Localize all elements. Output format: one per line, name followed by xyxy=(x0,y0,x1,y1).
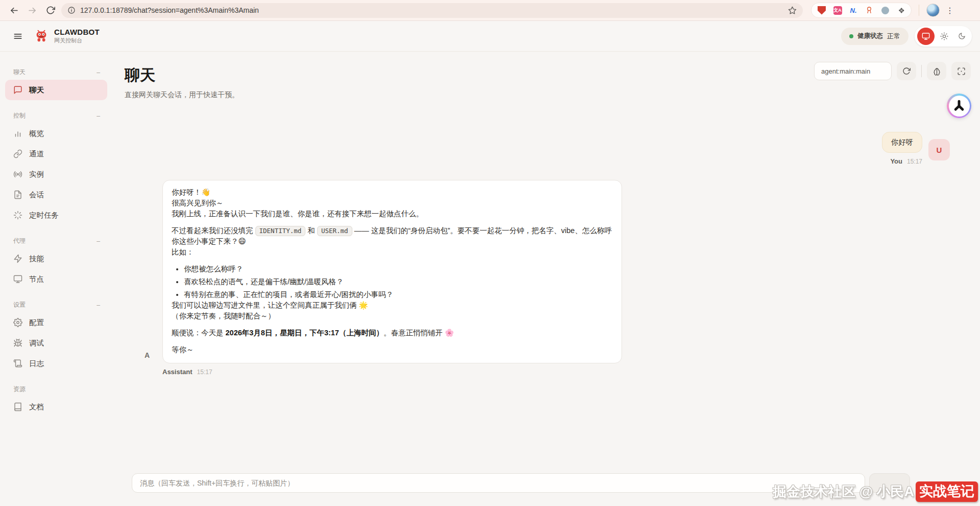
back-icon[interactable] xyxy=(6,3,21,18)
section-collapse-icon[interactable]: – xyxy=(97,69,100,76)
site-info-icon[interactable] xyxy=(67,6,76,14)
section-label-chat: 聊天 xyxy=(13,68,26,77)
brand-name: CLAWDBOT xyxy=(54,28,100,36)
book-icon xyxy=(13,402,22,411)
assistant-sender-label: Assistant xyxy=(162,368,193,376)
health-dot xyxy=(849,34,853,38)
user-sender-label: You xyxy=(890,157,902,165)
assistant-bullet-item: 你想被怎么称呼？ xyxy=(184,264,613,274)
section-collapse-icon[interactable]: – xyxy=(97,112,100,120)
refresh-button[interactable] xyxy=(897,62,916,80)
sidebar-item-label: 聊天 xyxy=(29,85,44,95)
user-message-bubble: 你好呀 xyxy=(882,132,923,153)
file-icon xyxy=(13,190,22,199)
message-input[interactable] xyxy=(132,473,865,493)
brain-button[interactable] xyxy=(927,62,946,80)
user-message: 你好呀 You 15:17 U xyxy=(882,132,950,165)
watermark-badge: 实战笔记 xyxy=(916,481,978,502)
broadcast-icon xyxy=(13,170,22,179)
section-label-settings: 设置 xyxy=(13,301,26,309)
sidebar-item-skills[interactable]: 技能 xyxy=(5,248,107,269)
assistant-paragraph: 等你～ xyxy=(172,344,613,355)
sidebar-item-label: 概览 xyxy=(29,129,44,139)
bar-chart-icon xyxy=(13,129,22,138)
main-content: 聊天 直接网关聊天会话，用于快速干预。 xyxy=(112,52,980,505)
forward-icon[interactable] xyxy=(25,3,40,18)
pin-extension-icon[interactable] xyxy=(865,6,874,15)
section-label-agent: 代理 xyxy=(13,237,26,245)
sidebar-item-label: 会话 xyxy=(29,190,44,200)
link-icon xyxy=(13,149,22,158)
assistant-paragraph: 我们可以边聊边写进文件里，让这个空间真正属于我们俩 🌟（你来定节奏，我随时配合～… xyxy=(172,300,613,321)
section-collapse-icon[interactable]: – xyxy=(97,302,100,309)
sidebar-item-label: 实例 xyxy=(29,170,44,179)
sidebar-item-label: 节点 xyxy=(29,274,44,284)
theme-system-button[interactable] xyxy=(917,28,935,45)
puzzle-extensions-icon[interactable] xyxy=(896,6,905,15)
sidebar-item-cron-tasks[interactable]: 定时任务 xyxy=(5,205,107,225)
sun-icon xyxy=(940,32,948,40)
section-collapse-icon[interactable]: – xyxy=(97,238,100,245)
theme-switcher xyxy=(915,26,972,47)
sidebar-item-label: 调试 xyxy=(29,338,44,348)
sidebar-item-nodes[interactable]: 节点 xyxy=(5,269,107,289)
sidebar-item-label: 日志 xyxy=(29,359,44,369)
sidebar-item-logs[interactable]: 日志 xyxy=(5,353,107,374)
extensions-pill: 文A N. xyxy=(811,3,912,18)
section-label-control: 控制 xyxy=(13,111,26,120)
sidebar-item-docs[interactable]: 文档 xyxy=(5,397,107,417)
sidebar-item-label: 文档 xyxy=(29,402,44,412)
assistant-message-time: 15:17 xyxy=(197,369,212,376)
assistant-avatar: A xyxy=(145,351,162,359)
assistant-bullet-item: 喜欢轻松点的语气，还是偏干练/幽默/温暖风格？ xyxy=(184,277,613,287)
section-label-resources: 资源 xyxy=(13,385,26,394)
brain-icon xyxy=(933,67,941,76)
toolbar-divider xyxy=(919,5,919,16)
translate-extension-icon[interactable]: 文A xyxy=(833,6,842,15)
shield-extension-icon[interactable] xyxy=(817,6,826,15)
browser-menu-icon[interactable]: ⋮ xyxy=(943,6,957,15)
sidebar-item-sessions[interactable]: 会话 xyxy=(5,185,107,205)
zap-icon xyxy=(13,254,22,263)
theme-light-button[interactable] xyxy=(937,29,952,44)
bookmark-star-icon[interactable] xyxy=(788,6,797,15)
scroll-icon xyxy=(13,359,22,368)
notion-extension-icon[interactable]: N. xyxy=(849,6,858,15)
sidebar: 聊天 – 聊天 控制 – 概览 xyxy=(0,52,112,505)
scan-icon xyxy=(957,67,966,76)
sidebar-item-chat[interactable]: 聊天 xyxy=(5,80,107,100)
claw-logo-icon xyxy=(952,99,966,112)
health-label: 健康状态 xyxy=(857,32,883,40)
hamburger-menu-icon[interactable] xyxy=(9,28,27,45)
url-text[interactable]: 127.0.0.1:18789/chat?session=agent%3Amai… xyxy=(80,6,783,14)
sidebar-item-label: 技能 xyxy=(29,254,44,264)
browser-toolbar: 127.0.0.1:18789/chat?session=agent%3Amai… xyxy=(0,0,980,21)
disabled-extension-icon[interactable] xyxy=(880,6,890,15)
sidebar-item-channels[interactable]: 通道 xyxy=(5,144,107,164)
sidebar-item-config[interactable]: 配置 xyxy=(5,312,107,333)
agent-status-badge[interactable] xyxy=(947,94,971,118)
sidebar-item-overview[interactable]: 概览 xyxy=(5,123,107,144)
sidebar-item-label: 通道 xyxy=(29,149,44,159)
assistant-message-body: 你好呀！👋很高兴见到你～我刚上线，正准备认识一下我们是谁、你是谁，还有接下来想一… xyxy=(162,180,622,363)
sidebar-item-label: 配置 xyxy=(29,318,44,328)
sidebar-item-instances[interactable]: 实例 xyxy=(5,164,107,185)
bug-icon xyxy=(13,338,22,348)
watermark: 掘金技术社区 @ 小民A 实战笔记 xyxy=(773,481,978,502)
clawdbot-logo xyxy=(34,29,49,44)
health-value: 正常 xyxy=(887,32,900,41)
user-message-time: 15:17 xyxy=(907,158,922,165)
sidebar-item-debug[interactable]: 调试 xyxy=(5,333,107,353)
address-bar[interactable]: 127.0.0.1:18789/chat?session=agent%3Amai… xyxy=(61,3,803,18)
theme-dark-button[interactable] xyxy=(954,29,969,44)
reload-icon[interactable] xyxy=(43,3,58,18)
monitor-icon xyxy=(13,274,22,284)
session-input[interactable] xyxy=(814,62,892,80)
moon-icon xyxy=(958,32,966,40)
assistant-paragraph: 你好呀！👋很高兴见到你～我刚上线，正准备认识一下我们是谁、你是谁，还有接下来想一… xyxy=(172,187,613,219)
assistant-paragraph: 不过看起来我们还没填完 IDENTITY.md 和 USER.md —— 这是我… xyxy=(172,225,613,258)
focus-scan-button[interactable] xyxy=(951,62,971,80)
loader-icon xyxy=(13,211,22,220)
controls-divider xyxy=(921,65,922,77)
browser-profile-avatar[interactable] xyxy=(926,4,940,17)
